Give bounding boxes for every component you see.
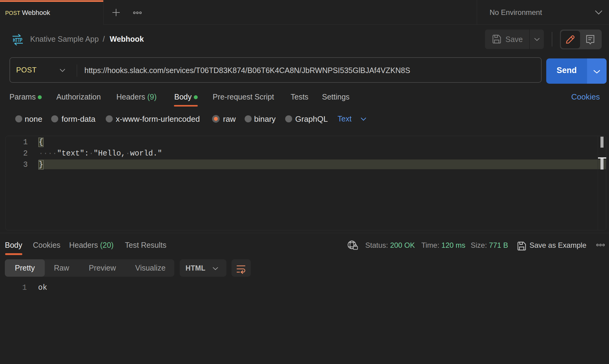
svg-text:HTTP: HTTP — [13, 37, 23, 43]
